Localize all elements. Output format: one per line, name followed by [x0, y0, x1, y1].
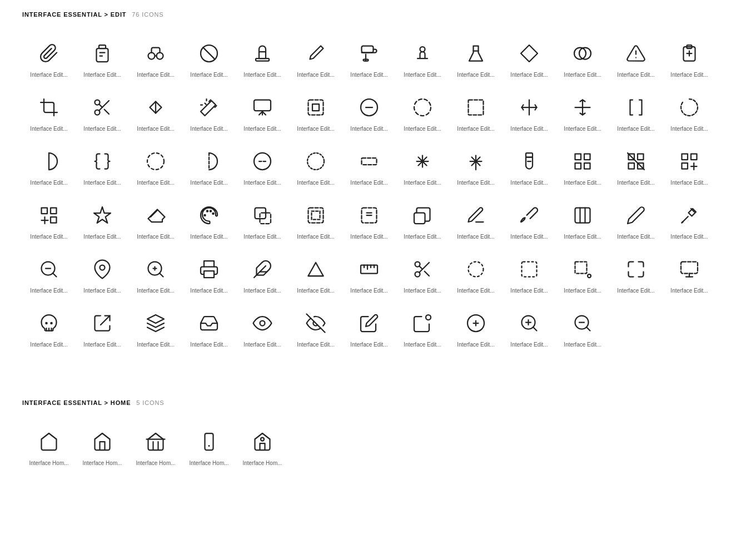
icon-item-paintbrush-small[interactable]: Interface Edit...: [289, 31, 342, 85]
icon-label-binoculars: Interface Edit...: [133, 71, 178, 78]
icon-item-bracket-curly[interactable]: Interface Edit...: [76, 139, 129, 193]
icon-item-clipboard-paste[interactable]: Interface Edit...: [663, 31, 716, 85]
icon-item-home5[interactable]: Interface Hom...: [236, 419, 289, 473]
icon-label-asterisk-x: Interface Edit...: [400, 179, 445, 186]
icon-item-subtract-circle[interactable]: Interface Edit...: [342, 85, 396, 139]
icon-item-layout-adjust[interactable]: Interface Edit...: [556, 193, 609, 247]
icon-item-printer[interactable]: Interface Edit...: [182, 247, 236, 301]
icon-item-eraser[interactable]: Interface Edit...: [129, 193, 182, 247]
icon-item-combine[interactable]: Interface Edit...: [396, 193, 449, 247]
icon-item-stamp[interactable]: Interface Edit...: [236, 31, 289, 85]
icon-item-half-circle[interactable]: Interface Edit...: [22, 139, 76, 193]
icon-item-home3[interactable]: Interface Hom...: [129, 419, 182, 473]
icon-item-circle-dashed2[interactable]: Interface Edit...: [129, 139, 182, 193]
icon-item-scissors2[interactable]: Interface Edit...: [396, 247, 449, 301]
icon-item-eye-off[interactable]: Interface Edit...: [289, 301, 342, 355]
icon-item-attachment[interactable]: Interface Edit...: [76, 31, 129, 85]
icon-item-edit-circle[interactable]: Interface Edit...: [396, 301, 449, 355]
grid-add2-icon: [37, 203, 61, 228]
icon-item-edit-circle2[interactable]: Interface Edit...: [449, 301, 503, 355]
pin-star-icon: [90, 203, 115, 228]
half-circle2-icon: [197, 149, 221, 174]
magic-wand-icon: [197, 95, 221, 120]
icon-item-pin-star[interactable]: Interface Edit...: [76, 193, 129, 247]
icon-item-venn[interactable]: Interface Edit...: [556, 31, 609, 85]
icon-item-slash-circle[interactable]: Interface Edit...: [182, 31, 236, 85]
edit-circle2-icon: [464, 311, 488, 335]
icon-item-diamond[interactable]: Interface Edit...: [503, 31, 556, 85]
stamp-icon: [250, 41, 275, 66]
icon-item-pencil-small[interactable]: Interface Edit...: [609, 193, 663, 247]
icon-item-rect-sel-dot[interactable]: Interface Edit...: [556, 247, 609, 301]
eye-off-icon: [304, 311, 328, 335]
icon-item-pop-out[interactable]: Interface Edit...: [76, 301, 129, 355]
icon-item-binoculars[interactable]: Interface Edit...: [129, 31, 182, 85]
icon-item-circle-dotted[interactable]: Interface Edit...: [449, 247, 503, 301]
icon-item-monitor-dash[interactable]: Interface Edit...: [663, 247, 716, 301]
icon-item-triangle-warn[interactable]: Interface Edit...: [609, 31, 663, 85]
icon-item-presentation[interactable]: Interface Edit...: [236, 85, 289, 139]
icon-item-asterisk-z[interactable]: Interface Edit...: [449, 139, 503, 193]
icon-item-grid-add[interactable]: Interface Edit...: [663, 139, 716, 193]
icon-label-circle-empty: Interface Edit...: [294, 179, 338, 186]
icon-item-circle-dashed[interactable]: Interface Edit...: [396, 85, 449, 139]
icon-item-circle-partial[interactable]: Interface Edit...: [663, 85, 716, 139]
icon-item-minus-circle[interactable]: Interface Edit...: [236, 139, 289, 193]
icon-item-scissors[interactable]: Interface Edit...: [76, 85, 129, 139]
icon-item-dropper[interactable]: Interface Edit...: [663, 193, 716, 247]
icon-label-stamp2: Interface Edit...: [400, 71, 445, 78]
icon-label-frame-dashed: Interface Edit...: [294, 233, 338, 240]
icon-item-flip-h[interactable]: Interface Edit...: [503, 85, 556, 139]
edit-circle-icon: [410, 311, 435, 335]
icon-item-paint-roller[interactable]: Interface Edit...: [342, 31, 396, 85]
icon-item-pencil-edit[interactable]: Interface Edit...: [342, 301, 396, 355]
icon-item-grid[interactable]: Interface Edit...: [556, 139, 609, 193]
icon-item-circle-empty[interactable]: Interface Edit...: [289, 139, 342, 193]
icon-item-search-edit[interactable]: Interface Edit...: [129, 247, 182, 301]
icon-item-home2[interactable]: Interface Hom...: [76, 419, 129, 473]
icon-item-pen-nib[interactable]: Interface Edit...: [129, 85, 182, 139]
icon-item-rect-dashed[interactable]: Interface Edit...: [342, 139, 396, 193]
icon-item-pin-sharp[interactable]: Interface Edit...: [76, 247, 129, 301]
icon-label-pencil-line: Interface Edit...: [454, 233, 498, 240]
icon-item-home4[interactable]: Interface Hom...: [182, 419, 236, 473]
icon-item-glue[interactable]: Interface Edit...: [503, 139, 556, 193]
icon-item-layers-edit[interactable]: Interface Edit...: [129, 301, 182, 355]
icon-item-frame-dashed[interactable]: Interface Edit...: [289, 193, 342, 247]
icon-item-bracket-square[interactable]: Interface Edit...: [609, 85, 663, 139]
icon-item-inbox-tray[interactable]: Interface Edit...: [182, 301, 236, 355]
icon-item-selection-box[interactable]: Interface Edit...: [289, 85, 342, 139]
icon-item-zoom-in[interactable]: Interface Edit...: [503, 301, 556, 355]
icon-label-circle-partial: Interface Edit...: [667, 125, 712, 132]
icon-item-grid-add2[interactable]: Interface Edit...: [22, 193, 76, 247]
icon-item-ruler[interactable]: Interface Edit...: [342, 247, 396, 301]
icon-item-flask[interactable]: Interface Edit...: [449, 31, 503, 85]
icon-item-eye[interactable]: Interface Edit...: [236, 301, 289, 355]
home-icon-grid: Interface Hom... Interface Hom... Interf…: [22, 419, 734, 473]
page-container: INTERFACE ESSENTIAL > EDIT 76 ICONS Inte…: [22, 11, 734, 473]
icon-item-border-dashed[interactable]: Interface Edit...: [449, 85, 503, 139]
icon-item-grid-off[interactable]: Interface Edit...: [609, 139, 663, 193]
icon-item-zoom-out[interactable]: Interface Edit...: [556, 301, 609, 355]
icon-item-brush[interactable]: Interface Edit...: [503, 193, 556, 247]
icon-item-flip-v[interactable]: Interface Edit...: [556, 85, 609, 139]
icon-item-rect-dotted[interactable]: Interface Edit...: [503, 247, 556, 301]
icon-item-magic-wand[interactable]: Interface Edit...: [182, 85, 236, 139]
icon-item-paperclip[interactable]: Interface Edit...: [22, 31, 76, 85]
icon-item-skull[interactable]: Interface Edit...: [22, 301, 76, 355]
icon-item-rect-corner[interactable]: Interface Edit...: [609, 247, 663, 301]
inbox-tray-icon: [197, 311, 221, 335]
icon-label-rect-dashed: Interface Edit...: [347, 179, 391, 186]
icon-item-selection-dash[interactable]: Interface Edit...: [342, 193, 396, 247]
icon-item-feather[interactable]: Interface Edit...: [236, 247, 289, 301]
icon-item-copy-dashed[interactable]: Interface Edit...: [236, 193, 289, 247]
icon-item-half-circle2[interactable]: Interface Edit...: [182, 139, 236, 193]
icon-item-pencil-line[interactable]: Interface Edit...: [449, 193, 503, 247]
icon-item-asterisk-x[interactable]: Interface Edit...: [396, 139, 449, 193]
icon-item-search-zoom[interactable]: Interface Edit...: [22, 247, 76, 301]
icon-item-ruler-angle[interactable]: Interface Edit...: [289, 247, 342, 301]
icon-item-crop[interactable]: Interface Edit...: [22, 85, 76, 139]
icon-item-palette[interactable]: Interface Edit...: [182, 193, 236, 247]
icon-item-stamp2[interactable]: Interface Edit...: [396, 31, 449, 85]
icon-item-home1[interactable]: Interface Hom...: [22, 419, 76, 473]
